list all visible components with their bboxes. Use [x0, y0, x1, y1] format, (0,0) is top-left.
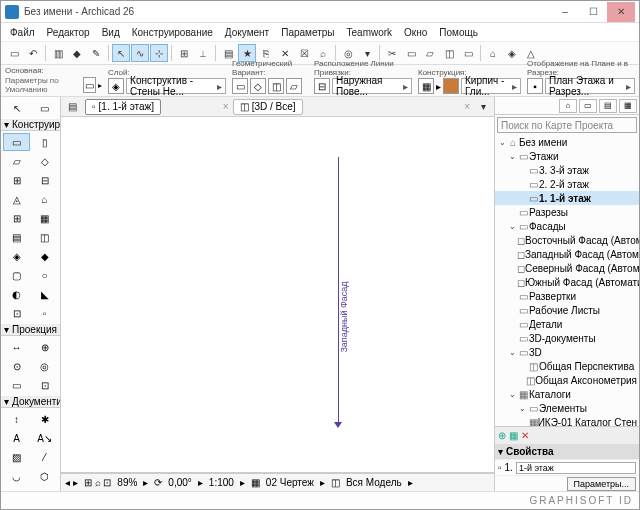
section-tool[interactable]: ↔ [3, 338, 30, 356]
toolbox-header-doc[interactable]: ▾Документир... [1, 396, 60, 408]
marquee-tool[interactable]: ▭ [31, 99, 58, 117]
angle-value[interactable]: 0,00° [168, 477, 191, 488]
graphisoft-id[interactable]: GRAPHISOFT ID [529, 495, 633, 506]
elevation-tool[interactable]: ⊕ [31, 338, 58, 356]
extra1-tool[interactable]: ⊡ [3, 304, 30, 322]
opening-tool[interactable]: ○ [31, 266, 58, 284]
undo-icon[interactable]: ↶ [24, 44, 42, 62]
zoom-tools[interactable]: ⊞ ⌕ ⊡ [84, 477, 112, 488]
duplicate-icon[interactable]: ▦ [509, 430, 518, 441]
line-snap-icon[interactable]: ∿ [131, 44, 149, 62]
constr-combo[interactable]: Кирпич - Гли...▸ [461, 78, 521, 94]
add-icon[interactable]: ⊕ [498, 430, 506, 441]
ie-tool[interactable]: ⊙ [3, 357, 30, 375]
project-tree[interactable]: ⌄⌂Без имени⌄▭Этажи▭3. 3-й этаж▭2. 2-й эт… [495, 135, 639, 426]
house-icon[interactable]: ⌂ [484, 44, 502, 62]
drawing-canvas[interactable]: Западный Фасад [61, 117, 494, 473]
tabs-menu-icon[interactable]: ▤ [63, 98, 81, 116]
wall-tool-button[interactable]: ▭ [83, 77, 96, 93]
project-map-tab[interactable]: ⌂ [559, 99, 577, 113]
slab-tool[interactable]: ▱ [3, 152, 30, 170]
menu-помощь[interactable]: Помощь [434, 26, 483, 39]
zoom-value[interactable]: 89% [117, 477, 137, 488]
change-tool[interactable]: ⊡ [31, 376, 58, 394]
tree-item[interactable]: ▭Детали [495, 317, 639, 331]
maximize-button[interactable]: ☐ [579, 2, 607, 22]
pen-icon[interactable]: ✎ [87, 44, 105, 62]
geom-opt3[interactable]: ◫ [268, 78, 284, 94]
mesh-tool[interactable]: ⊞ [3, 209, 30, 227]
geom-opt4[interactable]: ▱ [286, 78, 302, 94]
lamp-tool[interactable]: ◐ [3, 285, 30, 303]
menu-конструирование[interactable]: Конструирование [127, 26, 218, 39]
publisher-tab[interactable]: ▦ [619, 99, 637, 113]
more-icon[interactable]: ▭ [459, 44, 477, 62]
minimize-button[interactable]: – [551, 2, 579, 22]
tree-item[interactable]: ▭3D-документы [495, 331, 639, 345]
3dview-icon[interactable]: ◈ [503, 44, 521, 62]
shell-tool[interactable]: ⌂ [31, 190, 58, 208]
tab-floorplan[interactable]: ▫[1. 1-й этаж] [85, 99, 161, 115]
elev-icon[interactable]: ▱ [421, 44, 439, 62]
geom-opt1[interactable]: ▭ [232, 78, 248, 94]
label-tool[interactable]: A↘ [31, 429, 58, 447]
layout-book-tab[interactable]: ▤ [599, 99, 617, 113]
line-tool[interactable]: ∕ [31, 448, 58, 466]
tree-item[interactable]: ▭2. 2-й этаж [495, 177, 639, 191]
tree-item[interactable]: ⌄▭3D [495, 345, 639, 359]
tree-item[interactable]: ◻Южный Фасад (Автоматическ [495, 275, 639, 289]
cut-icon[interactable]: ◫ [440, 44, 458, 62]
display-combo[interactable]: План Этажа и Разрез...▸ [545, 78, 635, 94]
morph-tool[interactable]: ◈ [3, 247, 30, 265]
tree-item[interactable]: ▭3. 3-й этаж [495, 163, 639, 177]
snap-icon[interactable]: ⊟ [314, 78, 330, 94]
menu-файл[interactable]: Файл [5, 26, 40, 39]
tree-item[interactable]: ⌄⌂Без имени [495, 135, 639, 149]
tabs-dropdown-icon[interactable]: ▾ [474, 98, 492, 116]
roof-tool[interactable]: ◬ [3, 190, 30, 208]
menu-документ[interactable]: Документ [220, 26, 274, 39]
scale-value[interactable]: 1:100 [209, 477, 234, 488]
tree-item[interactable]: ▭Развертки [495, 289, 639, 303]
view-map-tab[interactable]: ▭ [579, 99, 597, 113]
new-icon[interactable]: ▭ [5, 44, 23, 62]
tree-item[interactable]: ◻Восточный Фасад (Автоматич [495, 233, 639, 247]
door-tool[interactable]: ◇ [31, 152, 58, 170]
tree-item[interactable]: ⌄▦Каталоги [495, 387, 639, 401]
beam-tool[interactable]: ⊟ [31, 171, 58, 189]
tree-item[interactable]: ▭Разрезы [495, 205, 639, 219]
corner-tool[interactable]: ◣ [31, 285, 58, 303]
extra2-tool[interactable]: ▫ [31, 304, 58, 322]
fill-tool[interactable]: ▨ [3, 448, 30, 466]
toolbox-header-design[interactable]: ▾Конструиров [1, 119, 60, 131]
tree-item[interactable]: ⌄▭Элементы [495, 401, 639, 415]
wall-tool[interactable]: ▭ [3, 133, 30, 151]
arc-tool[interactable]: ◡ [3, 467, 30, 485]
tree-item[interactable]: ⌄▭Фасады [495, 219, 639, 233]
object-tool[interactable]: ◆ [31, 247, 58, 265]
detail-tool[interactable]: ◎ [31, 357, 58, 375]
params-button[interactable]: Параметры... [567, 477, 636, 491]
close-button[interactable]: ✕ [607, 2, 635, 22]
drawing-value[interactable]: 02 Чертеж [266, 477, 314, 488]
tree-item[interactable]: ⌄▭Этажи [495, 149, 639, 163]
stair-tool[interactable]: ▤ [3, 228, 30, 246]
window-tool[interactable]: ⊞ [3, 171, 30, 189]
layer-combo[interactable]: Конструктив - Стены Не...▸ [126, 78, 226, 94]
tab-3d[interactable]: ◫[3D / Все] [233, 99, 303, 115]
menu-окно[interactable]: Окно [399, 26, 432, 39]
dim-tool[interactable]: ↕ [3, 410, 30, 428]
menu-редактор[interactable]: Редактор [42, 26, 95, 39]
tree-item[interactable]: ◫Общая Перспектива [495, 359, 639, 373]
geom-opt2[interactable]: ◇ [250, 78, 266, 94]
layer-icon[interactable]: ◈ [108, 78, 124, 94]
worksheet-tool[interactable]: ▭ [3, 376, 30, 394]
text-tool[interactable]: A [3, 429, 30, 447]
menu-параметры[interactable]: Параметры [276, 26, 339, 39]
select-icon[interactable]: ▥ [49, 44, 67, 62]
zone-tool[interactable]: ▢ [3, 266, 30, 284]
column-tool[interactable]: ▯ [31, 133, 58, 151]
tree-item[interactable]: ▭1. 1-й этаж [495, 191, 639, 205]
arrow-tool[interactable]: ↖ [3, 99, 30, 117]
cursor-icon[interactable]: ↖ [112, 44, 130, 62]
